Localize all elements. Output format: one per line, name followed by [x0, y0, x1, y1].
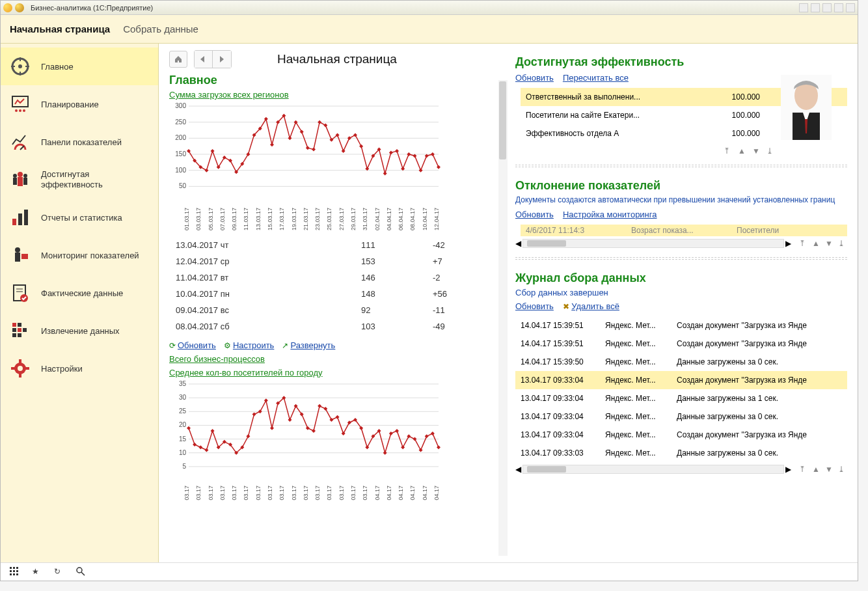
setup-action[interactable]: ⚙Настроить [224, 340, 275, 350]
svg-rect-37 [19, 374, 21, 378]
win-btn-5[interactable] [846, 3, 855, 12]
table-row[interactable]: 13.04.2017 чт111-42 [170, 238, 498, 253]
svg-text:250: 250 [175, 118, 186, 126]
log-row[interactable]: 13.04.17 09:33:04Яндекс. Мет...Создан до… [515, 426, 847, 444]
table-row[interactable]: 12.04.2017 ср153+7 [170, 254, 498, 269]
log-row[interactable]: 13.04.17 09:33:04Яндекс. Мет...Данные за… [515, 407, 847, 426]
svg-text:03.17: 03.17 [291, 486, 297, 501]
chart1-title-link[interactable]: Сумма загрузок всех регионов [169, 90, 289, 100]
dev-scroll: ◀ ▶ ⤒ ▲ ▼ ⤓ [515, 239, 847, 248]
sidebar-item-efficiency[interactable]: Достигнутая эффективность [1, 161, 158, 199]
first-icon[interactable]: ⤒ [724, 146, 733, 156]
back-button[interactable] [195, 51, 213, 68]
svg-text:11.03.17: 11.03.17 [243, 208, 249, 230]
win-btn-3[interactable] [822, 3, 832, 12]
svg-point-124 [77, 568, 82, 573]
window-title: Бизнес-аналитика (1С:Предприятие) [31, 4, 153, 12]
svg-rect-122 [13, 573, 15, 575]
table-row[interactable]: 11.04.2017 вт146-2 [170, 270, 498, 285]
sidebar-item-extract[interactable]: Извлечение данных [1, 312, 158, 350]
dev-c3: Посетители [737, 226, 842, 235]
svg-point-35 [18, 366, 23, 371]
table-row[interactable]: 08.04.2017 сб103-49 [170, 319, 498, 334]
first-icon[interactable]: ⤒ [799, 239, 808, 248]
scrollbar[interactable] [522, 465, 784, 474]
svg-point-20 [15, 247, 20, 253]
sidebar-item-monitoring[interactable]: Мониторинг показателей [1, 236, 158, 274]
svg-rect-119 [13, 570, 15, 572]
expand-action[interactable]: ↗Развернуть [282, 340, 335, 350]
tab-home[interactable]: Начальная страница [10, 23, 110, 34]
tab-collect[interactable]: Собрать данные [123, 23, 198, 34]
scroll-right-icon[interactable]: ▶ [785, 239, 791, 248]
link-processes[interactable]: Всего бизнес-процессов [169, 354, 265, 364]
log-table: 14.04.17 15:39:51Яндекс. Мет...Создан до… [515, 316, 847, 462]
win-btn-2[interactable] [811, 3, 820, 12]
chart2: 510152025303503.1703.1703.1703.1703.1703… [169, 380, 500, 510]
scroll-right-icon[interactable]: ▶ [785, 465, 791, 474]
scroll-left-icon[interactable]: ◀ [515, 239, 521, 248]
sidebar-item-dashboards[interactable]: Панели показателей [1, 123, 158, 161]
sidebar-label: Планирование [41, 100, 99, 109]
log-row[interactable]: 13.04.17 09:33:03Яндекс. Мет...Данные за… [515, 444, 847, 462]
svg-text:19.03.17: 19.03.17 [291, 208, 297, 230]
scrollbar[interactable] [522, 239, 784, 248]
search-icon[interactable] [76, 567, 87, 577]
refresh-action[interactable]: ⟳Обновить [169, 340, 216, 350]
history-icon[interactable]: ↻ [54, 567, 64, 577]
home-button[interactable] [169, 51, 187, 68]
sidebar-item-reports[interactable]: Отчеты и статистика [1, 199, 158, 236]
up-icon[interactable]: ▲ [812, 465, 821, 474]
win-btn-4[interactable] [834, 3, 843, 12]
svg-text:03.17: 03.17 [183, 486, 190, 501]
svg-point-7 [15, 109, 18, 112]
forward-button[interactable] [213, 51, 231, 68]
chart2-title-link[interactable]: Среднее кол-во посетителей по городу [169, 368, 323, 378]
table-row[interactable]: 10.04.2017 пн148+56 [170, 286, 498, 301]
log-row[interactable]: 14.04.17 15:39:51Яндекс. Мет...Создан до… [515, 335, 847, 353]
dev-refresh[interactable]: Обновить [515, 210, 554, 219]
svg-text:03.17: 03.17 [303, 486, 309, 501]
gear-icon [8, 357, 32, 380]
svg-rect-12 [18, 177, 23, 186]
down-icon[interactable]: ▼ [825, 465, 834, 474]
last-icon[interactable]: ⤓ [838, 239, 847, 248]
svg-text:03.17: 03.17 [243, 486, 249, 501]
sidebar-item-main[interactable]: Главное [1, 48, 158, 85]
log-row[interactable]: 14.04.17 15:39:50Яндекс. Мет...Данные за… [515, 353, 847, 371]
apps-icon[interactable] [10, 567, 20, 577]
sidebar-item-planning[interactable]: Планирование [1, 85, 158, 123]
table-row[interactable]: 09.04.2017 вс92-11 [170, 303, 498, 318]
up-icon[interactable]: ▲ [812, 239, 821, 248]
eff-recalc[interactable]: Пересчитать все [563, 73, 629, 83]
window-controls [799, 3, 855, 12]
log-row[interactable]: 13.04.17 09:33:04Яндекс. Мет...Создан до… [515, 371, 847, 389]
up-icon[interactable]: ▲ [738, 146, 747, 156]
scroll-left-icon[interactable]: ◀ [515, 465, 521, 474]
last-icon[interactable]: ⤓ [766, 146, 776, 156]
sidebar-item-settings[interactable]: Настройки [1, 350, 158, 387]
svg-text:04.17: 04.17 [398, 486, 404, 501]
log-row[interactable]: 13.04.17 09:33:04Яндекс. Мет...Данные за… [515, 389, 847, 407]
dropdown-icon[interactable] [15, 3, 24, 12]
svg-text:31.03.17: 31.03.17 [362, 208, 368, 230]
log-refresh[interactable]: Обновить [515, 301, 554, 311]
svg-rect-115 [10, 567, 12, 569]
delete-action[interactable]: ✖ Удалить всё [563, 301, 619, 311]
down-icon[interactable]: ▼ [752, 146, 761, 156]
log-row[interactable]: 14.04.17 15:39:51Яндекс. Мет...Создан до… [515, 316, 847, 335]
eff-refresh[interactable]: Обновить [515, 73, 554, 83]
svg-text:01.03.17: 01.03.17 [183, 208, 190, 230]
down-icon[interactable]: ▼ [825, 239, 834, 248]
star-icon[interactable]: ★ [32, 567, 42, 577]
win-btn-1[interactable] [799, 3, 808, 12]
dev-setup[interactable]: Настройка мониторинга [563, 210, 657, 219]
vertical-scrollbar[interactable] [498, 80, 508, 556]
svg-rect-14 [13, 178, 17, 185]
svg-text:03.17: 03.17 [267, 486, 273, 501]
sidebar-item-facts[interactable]: Фактические данные [1, 274, 158, 312]
last-icon[interactable]: ⤓ [838, 465, 847, 474]
first-icon[interactable]: ⤒ [799, 465, 808, 474]
nav-group [194, 50, 232, 68]
svg-text:04.17: 04.17 [422, 486, 428, 501]
